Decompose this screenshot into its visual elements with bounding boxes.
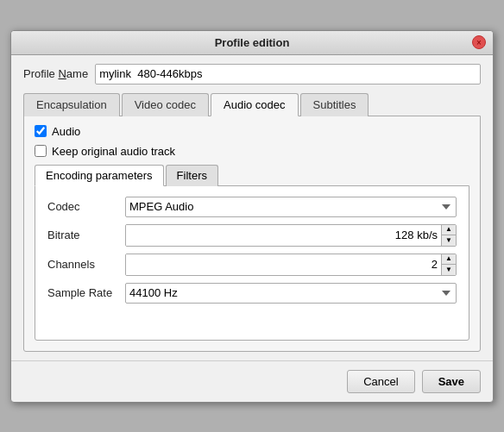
inner-tabs-row: Encoding parameters Filters <box>35 165 469 186</box>
save-button[interactable]: Save <box>422 370 481 393</box>
channels-up-button[interactable]: ▲ <box>442 254 456 265</box>
bitrate-input[interactable] <box>126 225 441 246</box>
channels-input[interactable] <box>126 254 441 275</box>
channels-down-button[interactable]: ▼ <box>442 265 456 275</box>
bitrate-down-button[interactable]: ▼ <box>442 235 456 246</box>
main-tabs-row: Encapsulation Video codec Audio codec Su… <box>23 93 481 116</box>
profile-edition-window: Profile edition × Profile Name Encapsula… <box>10 30 494 403</box>
bitrate-up-button[interactable]: ▲ <box>442 225 456 235</box>
encoding-form: Codec MPEG Audio AAC Vorbis FLAC MP3 Bit… <box>47 197 457 304</box>
audio-checkbox[interactable] <box>35 125 47 137</box>
encoding-parameters-content: Codec MPEG Audio AAC Vorbis FLAC MP3 Bit… <box>35 185 469 341</box>
tab-video-codec[interactable]: Video codec <box>122 93 209 116</box>
window-content: Profile Name Encapsulation Video codec A… <box>11 55 493 360</box>
keep-original-checkbox[interactable] <box>35 145 47 157</box>
keep-original-row: Keep original audio track <box>35 145 469 158</box>
profile-name-label: Profile Name <box>23 67 88 80</box>
bottom-bar: Cancel Save <box>11 360 493 402</box>
sample-rate-label: Sample Rate <box>47 286 125 299</box>
codec-select[interactable]: MPEG Audio AAC Vorbis FLAC MP3 <box>125 197 457 217</box>
profile-name-input[interactable] <box>95 64 481 85</box>
bitrate-label: Bitrate <box>47 229 125 241</box>
audio-label: Audio <box>52 125 80 138</box>
tab-audio-codec[interactable]: Audio codec <box>211 93 299 116</box>
codec-label: Codec <box>47 200 125 213</box>
cancel-button[interactable]: Cancel <box>347 370 414 393</box>
profile-name-row: Profile Name <box>23 64 481 85</box>
close-button[interactable]: × <box>472 35 486 49</box>
bitrate-spinbox-buttons: ▲ ▼ <box>441 225 456 246</box>
sample-rate-select[interactable]: 44100 Hz 22050 Hz 11025 Hz 48000 Hz <box>125 283 457 304</box>
audio-codec-tab-content: Audio Keep original audio track Encoding… <box>23 116 481 352</box>
tab-encoding-parameters[interactable]: Encoding parameters <box>35 165 164 186</box>
tab-filters[interactable]: Filters <box>166 165 218 186</box>
tab-subtitles[interactable]: Subtitles <box>300 93 369 116</box>
audio-checkbox-row: Audio <box>35 125 469 138</box>
tab-encapsulation[interactable]: Encapsulation <box>23 93 120 116</box>
channels-spinbox-buttons: ▲ ▼ <box>441 254 456 275</box>
keep-original-label: Keep original audio track <box>52 145 175 158</box>
title-bar: Profile edition × <box>11 31 493 55</box>
channels-label: Channels <box>47 258 125 271</box>
bitrate-spinbox: ▲ ▼ <box>125 224 457 247</box>
channels-spinbox: ▲ ▼ <box>125 254 457 276</box>
window-title: Profile edition <box>215 36 290 49</box>
